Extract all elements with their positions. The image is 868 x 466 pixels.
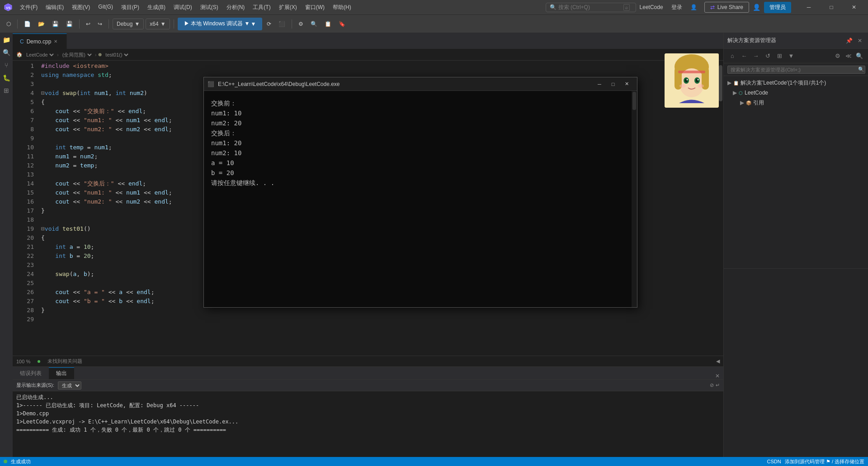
console-maximize-btn[interactable]: □ <box>606 77 620 91</box>
tab-close-icon[interactable]: ✕ <box>54 39 57 44</box>
menu-extend[interactable]: 扩展(X) <box>275 2 301 13</box>
sep1 <box>17 19 18 29</box>
activity-debug[interactable]: 🐛 <box>1 72 12 83</box>
toolbar-open[interactable]: 📂 <box>35 18 47 30</box>
se-new-folder-icon[interactable]: ⊞ <box>774 51 784 61</box>
tree-solution[interactable]: ▶ 📋 解决方案'LeetCode'(1个项目/共1个) <box>724 78 868 88</box>
console-icon: ⬛ <box>208 81 214 87</box>
activity-extensions[interactable]: ⊞ <box>1 85 12 96</box>
avatar-face <box>665 53 719 108</box>
se-settings-icon[interactable]: ⚙ <box>833 51 843 61</box>
menu-project[interactable]: 项目(P) <box>118 2 143 13</box>
console-line-2: num1: 10 <box>211 108 624 118</box>
clear-output-icon[interactable]: ⊘ <box>710 382 714 388</box>
toolbar-back[interactable]: ⬡ <box>4 18 14 30</box>
menu-test[interactable]: 测试(S) <box>197 2 222 13</box>
run-button[interactable]: ▶ 本地 Windows 调试器 ▼ ▼ <box>178 18 263 30</box>
console-minimize-btn[interactable]: ─ <box>593 77 606 91</box>
console-line-1: 交换前： <box>211 98 624 108</box>
tree-project[interactable]: ▶ ⬡ LeetCode <box>724 88 868 98</box>
restart-button[interactable]: ⟳ <box>264 18 274 30</box>
window-controls: ─ □ ✕ <box>798 0 864 14</box>
zoom-level[interactable]: 100 % <box>16 359 30 364</box>
breadcrumb-scope-select[interactable]: (全局范围) <box>61 52 93 58</box>
se-collapse-icon[interactable]: ≪ <box>844 51 854 61</box>
avatar-image <box>665 53 719 108</box>
menu-build[interactable]: 生成(B) <box>144 2 169 13</box>
source-select[interactable]: 生成 <box>58 381 81 390</box>
breadcrumb-root-select[interactable]: LeetCode <box>24 52 55 58</box>
se-search2-icon[interactable]: 🔍 <box>854 51 864 61</box>
title-bar-right: LeetCode 登录 👤 ⇄ Live Share 👤 管理员 ─ □ ✕ <box>640 0 864 14</box>
menu-analyze[interactable]: 分析(N) <box>223 2 249 13</box>
tab-output[interactable]: 输出 <box>49 367 74 379</box>
se-home-icon[interactable]: ⌂ <box>727 51 737 61</box>
toolbar-new[interactable]: 📄 <box>21 18 33 30</box>
stop-button[interactable]: ⬛ <box>276 18 288 30</box>
toolbar-undo[interactable]: ↩ <box>83 18 93 30</box>
activity-git[interactable]: ⑂ <box>1 60 12 71</box>
liveshare-button[interactable]: ⇄ Live Share <box>704 2 749 13</box>
main-toolbar: ⬡ 📄 📂 💾 💾 ↩ ↪ Debug ▼ x64 ▼ ▶ 本地 Windows… <box>0 14 868 33</box>
output-line-1: 已启动生成... <box>16 393 720 401</box>
menu-edit[interactable]: 编辑(E) <box>42 2 67 13</box>
menu-debug[interactable]: 调试(D) <box>170 2 196 13</box>
toolbar-btn-extra1[interactable]: ⚙ <box>296 18 306 30</box>
console-scroll-thumb[interactable] <box>632 92 636 110</box>
platform-dropdown[interactable]: x64 ▼ <box>146 19 170 29</box>
toolbar-btn-extra2[interactable]: 🔍 <box>308 18 320 30</box>
solution-search-input[interactable] <box>727 66 865 74</box>
console-line-3: num2: 20 <box>211 118 624 128</box>
scroll-handle[interactable]: ◀ <box>716 358 720 364</box>
panel-close-icon[interactable]: ✕ <box>715 373 720 379</box>
se-back-icon[interactable]: ← <box>739 51 749 61</box>
solution-search-bar: 🔍 <box>724 63 868 76</box>
menu-window[interactable]: 窗口(W) <box>302 2 328 13</box>
activity-explorer[interactable]: 📁 <box>1 34 12 45</box>
menu-help[interactable]: 帮助(H) <box>329 2 355 13</box>
breadcrumb-bar: 🏠 LeetCode › (全局范围) › ⊕ test01() ▼ <box>13 49 723 61</box>
tab-demo-cpp[interactable]: C Demo.cpp ✕ <box>13 33 67 49</box>
search-box[interactable]: 🔍 ⌕ <box>546 3 636 12</box>
tab-errors[interactable]: 错误列表 <box>13 367 49 379</box>
toolbar-btn-extra4[interactable]: 🔖 <box>336 18 348 30</box>
profile-icon[interactable]: 👤 <box>753 4 760 11</box>
source-label: 显示输出来源(S): <box>16 382 54 389</box>
code-line-1: #include <iostream> <box>38 62 717 71</box>
menu-view[interactable]: 视图(V) <box>68 2 94 13</box>
console-close-btn[interactable]: ✕ <box>620 77 633 91</box>
solution-explorer-title: 解决方案资源管理器 <box>727 37 843 44</box>
output-content: 已启动生成... 1>------ 已启动生成: 项目: LeetCode, 配… <box>13 391 723 457</box>
toolbar-btn-extra3[interactable]: 📋 <box>322 18 334 30</box>
se-filter-icon[interactable]: ▼ <box>786 51 796 61</box>
login-button[interactable]: 登录 <box>667 2 687 13</box>
word-wrap-icon[interactable]: ↵ <box>716 382 720 388</box>
toolbar-redo[interactable]: ↪ <box>95 18 105 30</box>
scrollbar-thumb[interactable] <box>719 65 722 101</box>
tree-references[interactable]: ▶ 📦 引用 <box>724 98 868 108</box>
issues-label: 未找到相关问题 <box>47 358 82 365</box>
se-sync-icon[interactable]: ↺ <box>763 51 773 61</box>
menu-file[interactable]: 文件(F) <box>16 2 41 13</box>
menu-git[interactable]: Git(G) <box>94 2 117 13</box>
console-content[interactable]: 交换前： num1: 10 num2: 20 交换后： num1: 20 num… <box>204 91 632 307</box>
se-forward-icon[interactable]: → <box>751 51 761 61</box>
menu-bar: 文件(F) 编辑(E) 视图(V) Git(G) 项目(P) 生成(B) 调试(… <box>16 2 542 13</box>
activity-search[interactable]: 🔍 <box>1 47 12 58</box>
breadcrumb-func-select[interactable]: test01() <box>104 52 130 58</box>
right-panel: 解决方案资源管理器 📌 ✕ ⌂ ← → ↺ ⊞ ▼ ⚙ ≪ 🔍 🔍 ▶ 📋 <box>723 33 868 457</box>
config-dropdown[interactable]: Debug ▼ <box>113 19 144 29</box>
output-toolbar: 显示输出来源(S): 生成 ⊘ ↵ <box>13 380 723 391</box>
toolbar-save[interactable]: 💾 <box>49 18 61 30</box>
search-input[interactable] <box>558 4 622 10</box>
panel-pin-icon[interactable]: 📌 <box>844 36 854 45</box>
toolbar-saveall[interactable]: 💾 <box>63 18 75 30</box>
menu-tools[interactable]: 工具(T) <box>249 2 274 13</box>
lower-panel <box>724 268 868 457</box>
admin-button[interactable]: 管理员 <box>764 2 791 13</box>
minimize-button[interactable]: ─ <box>798 0 819 14</box>
panel-close-icon[interactable]: ✕ <box>855 36 864 45</box>
maximize-button[interactable]: □ <box>821 0 842 14</box>
close-button[interactable]: ✕ <box>844 0 864 14</box>
console-scrollbar[interactable] <box>632 91 637 307</box>
